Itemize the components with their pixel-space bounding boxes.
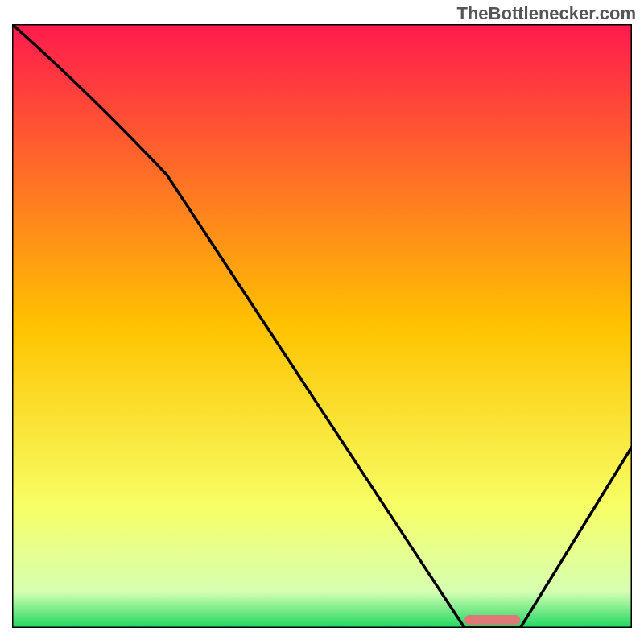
optimal-range-marker bbox=[464, 615, 520, 625]
gradient-background bbox=[12, 24, 632, 628]
bottleneck-chart bbox=[12, 24, 632, 628]
chart-svg bbox=[12, 24, 632, 628]
watermark-text: TheBottlenecker.com bbox=[456, 3, 636, 24]
